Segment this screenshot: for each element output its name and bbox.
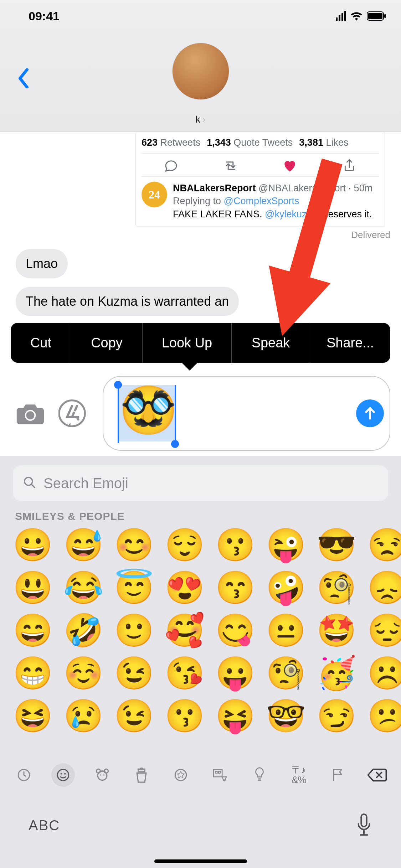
emoji-key[interactable]: 🥰	[165, 614, 205, 646]
category-symbols[interactable]: 〒♪&%	[287, 763, 310, 787]
emoji-key[interactable]: 😛	[215, 657, 255, 689]
emoji-key[interactable]: ☹️	[367, 657, 401, 689]
emoji-key[interactable]: 😉	[114, 657, 154, 689]
camera-button[interactable]	[14, 397, 46, 429]
category-animals[interactable]	[91, 763, 114, 787]
emoji-key[interactable]: 😞	[367, 572, 401, 604]
send-button[interactable]	[356, 399, 384, 427]
cellular-signal-icon	[336, 11, 346, 21]
lookup-action[interactable]: Look Up	[143, 323, 232, 363]
home-indicator[interactable]	[154, 859, 247, 863]
emoji-key[interactable]: 😙	[215, 572, 255, 604]
svg-rect-1	[368, 13, 382, 19]
category-food[interactable]	[130, 763, 153, 787]
incoming-message[interactable]: Lmao	[16, 249, 68, 278]
status-icons	[336, 11, 387, 21]
emoji-key[interactable]: 😏	[317, 700, 356, 732]
contact-avatar[interactable]	[172, 43, 229, 100]
emoji-key[interactable]: 😎	[317, 529, 356, 561]
emoji-key[interactable]: 😒	[367, 529, 401, 561]
emoji-key[interactable]: 😁	[13, 657, 53, 689]
message-input-row: 🥸	[0, 371, 401, 456]
emoji-key[interactable]: 🥳	[317, 657, 356, 689]
emoji-key[interactable]: 😃	[13, 572, 53, 604]
emoji-key[interactable]: 😗	[165, 700, 205, 732]
category-travel[interactable]	[209, 763, 232, 787]
svg-point-17	[100, 774, 102, 776]
emoji-key[interactable]: 🤣	[63, 614, 103, 646]
emoji-key[interactable]: 😋	[215, 614, 255, 646]
share-action[interactable]: Share...	[310, 323, 390, 363]
category-activity[interactable]	[169, 763, 192, 787]
selection-handle-end[interactable]	[171, 440, 179, 448]
category-objects[interactable]	[248, 763, 271, 787]
emoji-key[interactable]: 😀	[13, 529, 53, 561]
selection-caret[interactable]	[175, 385, 176, 443]
emoji-key[interactable]: 😢	[63, 700, 103, 732]
message-input[interactable]: 🥸	[103, 376, 390, 451]
emoji-key[interactable]: 😊	[114, 529, 154, 561]
emoji-key[interactable]: 😅	[63, 529, 103, 561]
emoji-key[interactable]: 🤓	[266, 700, 306, 732]
cut-action[interactable]: Cut	[11, 323, 71, 363]
emoji-key[interactable]: 😝	[215, 700, 255, 732]
emoji-key[interactable]: 🤩	[317, 614, 356, 646]
copy-action[interactable]: Copy	[71, 323, 143, 363]
emoji-key[interactable]: 😔	[367, 614, 401, 646]
svg-rect-20	[214, 770, 222, 777]
emoji-search[interactable]: Search Emoji	[13, 465, 388, 501]
emoji-key[interactable]: 😗	[215, 529, 255, 561]
emoji-key[interactable]: 😄	[13, 614, 53, 646]
context-menu-pointer	[182, 363, 197, 371]
selected-emoji: 🥸	[119, 387, 177, 433]
contact-name: k	[196, 114, 200, 125]
svg-rect-2	[384, 14, 386, 18]
svg-point-13	[64, 773, 66, 775]
emoji-key[interactable]: 🧐	[266, 657, 306, 689]
svg-point-16	[104, 769, 108, 773]
emoji-key[interactable]: 😍	[165, 572, 205, 604]
emoji-key[interactable]: 😆	[13, 700, 53, 732]
text-context-menu: Cut Copy Look Up Speak Share...	[11, 323, 390, 363]
chevron-right-icon: ›	[202, 114, 206, 125]
quote-tweet-count: 1,343	[207, 137, 231, 148]
keyboard-bottom-row: ABC	[0, 800, 401, 850]
like-count: 3,381	[299, 137, 323, 148]
svg-point-18	[103, 774, 105, 776]
tweet-stats: 623 Retweets 1,343 Quote Tweets 3,381 Li…	[142, 132, 379, 154]
app-store-button[interactable]	[58, 397, 91, 429]
category-flags[interactable]	[326, 763, 350, 787]
emoji-key[interactable]: 😂	[63, 572, 103, 604]
emoji-key[interactable]: 😜	[266, 529, 306, 561]
emoji-key[interactable]: 😇	[114, 572, 154, 604]
emoji-key[interactable]: 😐	[266, 614, 306, 646]
delete-button[interactable]	[365, 763, 389, 787]
screen: 09:41 k › 623 Retweets 1,343 Quote Tweet…	[0, 0, 401, 868]
selection-handle-start[interactable]	[114, 381, 122, 389]
emoji-key[interactable]: ☺️	[63, 657, 103, 689]
svg-point-6	[59, 401, 85, 427]
emoji-grid: 😀😅😊😌😗😜😎😒😃😂😇😍😙🤪🧐😞😄🤣🙂🥰😋😐🤩😔😁☺️😉😘😛🧐🥳☹️😆😢😉😗😝🤓…	[13, 529, 388, 732]
category-recent[interactable]	[12, 763, 36, 787]
battery-icon	[367, 11, 387, 21]
comment-icon	[163, 159, 180, 173]
incoming-message[interactable]: The hate on Kuzma is warranted an	[16, 287, 239, 316]
dictation-button[interactable]	[355, 813, 372, 838]
emoji-key[interactable]: 🤪	[266, 572, 306, 604]
emoji-key[interactable]: 🙂	[114, 614, 154, 646]
selection-caret[interactable]	[118, 385, 119, 443]
category-smileys[interactable]	[51, 763, 75, 787]
back-button[interactable]	[13, 64, 34, 93]
emoji-key[interactable]: 😕	[367, 700, 401, 732]
wifi-icon	[350, 11, 363, 21]
svg-point-5	[26, 411, 35, 419]
emoji-key[interactable]: 😉	[114, 700, 154, 732]
contact-name-row[interactable]: k ›	[196, 114, 206, 125]
reply-avatar: 24	[142, 182, 167, 207]
emoji-key[interactable]: 🧐	[317, 572, 356, 604]
svg-rect-22	[218, 771, 220, 773]
abc-button[interactable]: ABC	[29, 817, 60, 833]
emoji-key[interactable]: 😌	[165, 529, 205, 561]
emoji-key[interactable]: 😘	[165, 657, 205, 689]
svg-line-9	[31, 484, 35, 488]
